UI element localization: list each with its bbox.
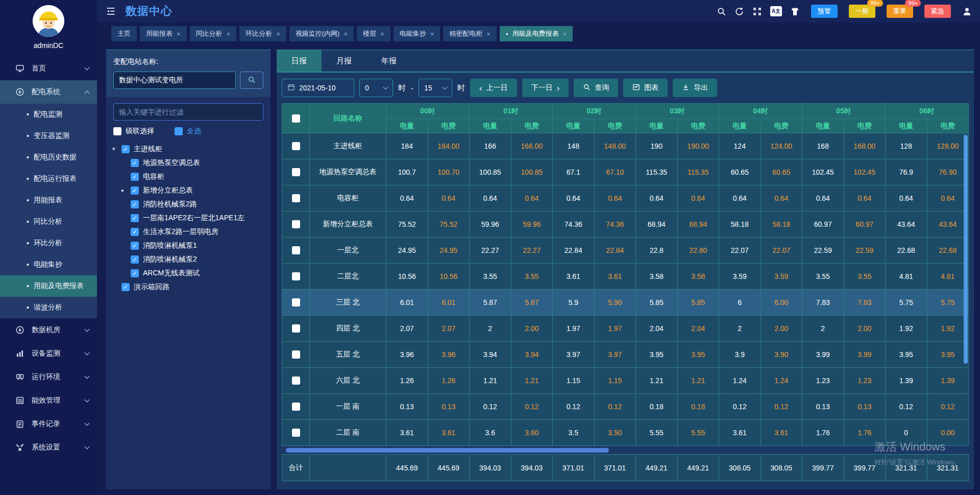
table-row[interactable]: 二层 南3.613.613.63.603.53.505.555.553.613.…	[282, 420, 969, 446]
alarm-button-orange[interactable]: 重要99+	[887, 5, 913, 18]
row-checkbox[interactable]	[292, 350, 300, 359]
report-period-tab[interactable]: 日报	[277, 50, 322, 72]
select-all-rows-checkbox[interactable]	[292, 114, 300, 123]
tree-node-checkbox[interactable]: ✓	[131, 214, 139, 222]
theme-shirt-icon[interactable]	[790, 7, 800, 16]
sidebar-item[interactable]: 设备监测	[0, 342, 97, 365]
sidebar-subitem[interactable]: •电能集抄	[0, 254, 97, 275]
close-tab-icon[interactable]: ×	[276, 30, 280, 38]
date-picker[interactable]: 2021-05-10	[282, 79, 354, 97]
row-checkbox[interactable]	[292, 194, 300, 202]
nav-tab[interactable]: ●用能及电费报表×	[500, 26, 573, 41]
nav-tab[interactable]: 电能集抄×	[394, 26, 440, 41]
close-tab-icon[interactable]: ×	[177, 30, 181, 38]
sidebar-item[interactable]: 运行环境	[0, 365, 97, 389]
sidebar-item[interactable]: 能效管理	[0, 389, 97, 412]
table-row[interactable]: 电容柜0.640.640.640.640.640.640.640.640.640…	[282, 185, 969, 211]
close-tab-icon[interactable]: ×	[486, 30, 491, 38]
tree-node[interactable]: ✓演示箱回路	[106, 280, 271, 294]
user-icon[interactable]	[962, 7, 972, 16]
close-tab-icon[interactable]: ×	[563, 30, 567, 38]
sidebar-subitem[interactable]: •配电监测	[0, 104, 97, 125]
start-hour-select[interactable]: 0	[359, 79, 393, 97]
sidebar-subitem[interactable]: •环比分析	[0, 232, 97, 254]
tree-node-checkbox[interactable]: ✓	[131, 255, 139, 264]
horizontal-scrollbar[interactable]	[286, 448, 609, 453]
table-row[interactable]: 新增分立柜总表75.5275.5259.9659.9674.3674.3668.…	[282, 211, 969, 238]
report-period-tab[interactable]: 年报	[366, 50, 411, 72]
vertical-scrollbar[interactable]	[964, 135, 968, 364]
report-period-tab[interactable]: 月报	[322, 50, 366, 72]
table-row[interactable]: 二层北10.5610.563.553.553.613.613.583.583.5…	[282, 264, 969, 290]
tree-filter-input[interactable]	[113, 103, 263, 121]
row-checkbox[interactable]	[292, 168, 300, 176]
tree-node[interactable]: ✓ARCM无线表测试	[106, 266, 271, 280]
table-row[interactable]: 主进线柜184184.00166166.00148148.00190190.00…	[282, 133, 969, 159]
close-tab-icon[interactable]: ×	[430, 30, 434, 38]
tree-node-checkbox[interactable]: ✓	[131, 186, 139, 195]
tree-node[interactable]: ✓消防喷淋机械泵2	[106, 252, 271, 266]
tree-node[interactable]: ✓一层南1APE2右一层北1APE1左	[106, 211, 271, 225]
close-tab-icon[interactable]: ×	[227, 30, 231, 38]
sidebar-item[interactable]: 配电系统	[0, 80, 97, 104]
tree-node-checkbox[interactable]: ✓	[131, 159, 139, 167]
nav-tab[interactable]: 视频监控(内网)×	[289, 26, 354, 41]
next-day-button[interactable]: 下一日 ›	[522, 79, 569, 97]
station-name-input[interactable]	[113, 72, 236, 89]
sidebar-subitem[interactable]: •配电历史数据	[0, 147, 97, 168]
tree-node-checkbox[interactable]: ✓	[131, 228, 139, 236]
tree-node-checkbox[interactable]: ✓	[131, 200, 139, 208]
row-checkbox[interactable]	[292, 403, 300, 411]
fullscreen-icon[interactable]	[752, 7, 762, 16]
tree-node-checkbox[interactable]: ✓	[121, 145, 130, 153]
table-row[interactable]: 五层 北3.963.963.943.943.973.973.953.953.93…	[282, 342, 969, 368]
sidebar-subitem[interactable]: •配电运行报表	[0, 168, 97, 190]
caret-down-icon[interactable]: ▾	[112, 146, 121, 152]
sidebar-item[interactable]: 首页	[0, 57, 97, 80]
sidebar-subitem[interactable]: •谐波分析	[0, 297, 97, 318]
station-search-button[interactable]	[240, 72, 263, 89]
row-checkbox[interactable]	[292, 220, 300, 228]
sidebar-subitem[interactable]: •用能报表	[0, 190, 97, 211]
row-checkbox[interactable]	[292, 429, 300, 437]
end-hour-select[interactable]: 15	[419, 79, 452, 97]
sidebar-subitem[interactable]: •变压器监测	[0, 125, 97, 147]
tree-node[interactable]: ✓生活水泵2路一层弱电房	[106, 225, 271, 239]
search-icon[interactable]	[717, 7, 726, 16]
nav-tab[interactable]: 用能报表×	[140, 26, 187, 41]
query-button[interactable]: 查询	[574, 79, 618, 97]
alarm-button-red[interactable]: 紧急	[924, 5, 951, 18]
close-tab-icon[interactable]: ×	[380, 30, 384, 38]
sidebar-subitem[interactable]: •用能及电费报表	[0, 275, 97, 297]
menu-fold-icon[interactable]	[105, 6, 116, 17]
refresh-icon[interactable]	[734, 7, 744, 16]
caret-right-icon[interactable]: ▸	[121, 187, 131, 194]
chart-button[interactable]: 图表	[623, 79, 668, 97]
tree-node[interactable]: ✓消防喷淋机械泵1	[106, 239, 271, 252]
nav-tab[interactable]: 精密配电柜×	[443, 26, 497, 41]
row-checkbox[interactable]	[292, 376, 300, 385]
table-row[interactable]: 一层北24.9524.9522.2722.2722.8422.8422.822.…	[282, 238, 969, 264]
sidebar-item[interactable]: 事件记录	[0, 412, 97, 436]
translate-icon[interactable]: A文	[770, 6, 782, 16]
nav-tab[interactable]: 楼层×	[357, 26, 390, 41]
table-row[interactable]: 地源热泵空调总表100.7100.70100.85100.8567.167.10…	[282, 159, 969, 185]
alarm-button-yellow[interactable]: 一般99+	[849, 5, 875, 18]
export-button[interactable]: 导出	[673, 79, 717, 97]
tree-node-checkbox[interactable]: ✓	[131, 173, 139, 181]
table-row[interactable]: 四层 北2.072.0722.001.971.972.042.0422.0022…	[282, 316, 969, 342]
sidebar-subitem[interactable]: •同比分析	[0, 211, 97, 232]
row-checkbox[interactable]	[292, 142, 300, 150]
nav-tab[interactable]: 同比分析×	[190, 26, 237, 41]
tree-node[interactable]: ▸✓新增分立柜总表	[106, 183, 271, 197]
prev-day-button[interactable]: ‹ 上一日	[470, 79, 517, 97]
alarm-button-blue[interactable]: 预警	[811, 5, 838, 18]
tree-node[interactable]: ▾✓主进线柜	[106, 142, 271, 156]
cascade-select-checkbox[interactable]	[113, 127, 121, 135]
tree-node-checkbox[interactable]: ✓	[131, 242, 139, 250]
table-row[interactable]: 六层 北1.261.261.211.211.151.151.211.211.24…	[282, 368, 969, 394]
sidebar-item[interactable]: 系统设置	[0, 436, 97, 459]
row-checkbox[interactable]	[292, 298, 300, 307]
tree-node-checkbox[interactable]: ✓	[131, 269, 139, 277]
tree-node-checkbox[interactable]: ✓	[121, 283, 130, 291]
